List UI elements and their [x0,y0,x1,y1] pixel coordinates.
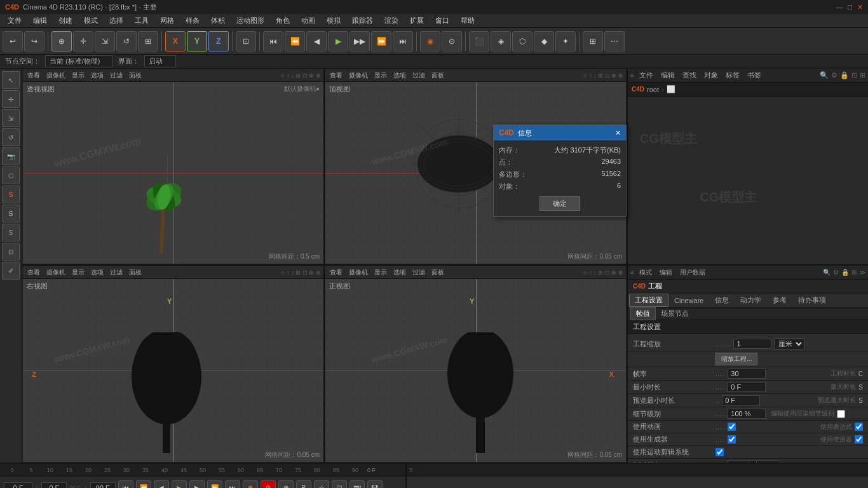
sidebar-obj-icon[interactable]: ⬡ [2,166,20,184]
rp-tag-btn[interactable]: 标签 [723,71,742,80]
axis-z-btn[interactable]: Z [208,31,229,51]
vp-front-filter-btn[interactable]: 过滤 [410,268,427,277]
attr-edit-btn[interactable]: 编辑 [657,268,675,277]
vp-right-camera-btn[interactable]: 摄像机 [44,268,67,277]
info-confirm-btn[interactable]: 确定 [539,196,580,211]
frame-end-input[interactable] [90,482,116,489]
rp-bookmark-btn[interactable]: 书签 [745,71,764,80]
vp-front-panel-btn[interactable]: 面板 [430,268,446,277]
tl-motion-btn[interactable]: ⊕ [278,480,294,489]
attr-search-icon[interactable]: 🔍 [823,269,831,276]
menu-mesh[interactable]: 网格 [155,15,179,27]
redo-btn[interactable]: ↪ [24,31,44,51]
deformer-btn[interactable]: ⬡ [512,31,532,51]
lock-icon[interactable]: 🔒 [840,71,849,79]
vp-filter-btn[interactable]: 过滤 [108,71,125,80]
rp-file-btn[interactable]: 文件 [637,71,656,80]
vp-select-btn[interactable]: 选项 [89,71,105,80]
prop-fps-input[interactable] [728,369,766,379]
vp-view-btn[interactable]: 查看 [25,71,42,80]
prop-animation-check[interactable] [728,423,736,431]
sidebar-move-icon[interactable]: ✛ [2,90,20,108]
interface-value[interactable]: 启动 [144,55,176,67]
viewport-perspective[interactable]: 查看 摄像机 显示 选项 过滤 面板 ⊹ ↑ ↓ ⊞ ⊡ ⊗ ⊕ [22,69,325,264]
sidebar-s2-icon[interactable]: S [2,205,20,222]
menu-volume[interactable]: 体积 [206,15,230,27]
viewport-right[interactable]: 查看 摄像机 显示 选项 过滤 面板 ⊹ ↑ ↓ ⊞ ⊡ ⊗ ⊕ Y Z [22,266,325,463]
vp-top-panel-btn[interactable]: 面板 [430,71,446,80]
sidebar-s1-icon[interactable]: S [2,186,20,203]
sidebar-snap-icon[interactable]: ⊡ [2,243,20,261]
minimize-btn[interactable]: — [836,3,843,11]
prop-detail-input[interactable] [728,409,766,419]
vp-right-select-btn[interactable]: 选项 [89,268,105,277]
subtab-frame-value[interactable]: 帧值 [630,307,656,320]
scale-btn[interactable]: ⇲ [95,31,115,51]
vp-display-btn[interactable]: 显示 [70,71,86,80]
tl-next-btn[interactable]: ⏩ [371,31,391,51]
attr-userdata-btn[interactable]: 用户数据 [677,268,708,277]
expand-icon[interactable]: ⊞ [860,71,865,79]
tl-record-btn[interactable]: ⏺ [243,480,258,489]
tl-go-end-btn[interactable]: ⏭ [225,480,240,489]
sidebar-paint-icon[interactable]: ✐ [2,262,20,280]
prop-detail-render-check[interactable] [837,410,845,418]
undo-btn[interactable]: ↩ [3,31,23,51]
prop-scale-input[interactable] [733,339,771,349]
menu-tracker[interactable]: 跟踪器 [347,15,378,27]
info-close-btn[interactable]: ✕ [615,129,621,137]
tab-reference[interactable]: 参考 [767,294,792,307]
sidebar-cursor-icon[interactable]: ↖ [2,71,20,89]
window-controls[interactable]: — □ ✕ [836,3,863,11]
nurbs-btn[interactable]: ◈ [491,31,511,51]
vp-right-filter-btn[interactable]: 过滤 [108,268,125,277]
tl-pose-btn[interactable]: P [296,480,311,489]
vp-top-display-btn[interactable]: 显示 [372,71,389,80]
menu-render[interactable]: 渲染 [379,15,403,27]
props-content[interactable]: 工程缩放 ........ 厘米 缩放工程... [628,334,868,463]
vp-panel-btn[interactable]: 面板 [127,71,144,80]
transform-btn[interactable]: ⊞ [138,31,158,51]
tab-cineware[interactable]: Cineware [668,295,709,306]
vp-top-filter-btn[interactable]: 过滤 [410,71,427,80]
tab-project-settings[interactable]: 工程设置 [629,294,668,307]
prop-generator-check[interactable] [728,435,736,444]
tl-next-frame-btn[interactable]: ▶ [189,480,205,489]
menu-extend[interactable]: 扩展 [405,15,429,27]
render-region-btn[interactable]: ◉ [420,31,440,51]
vp-right-panel-btn[interactable]: 面板 [127,268,144,277]
bone-btn[interactable]: ⊞ [583,31,603,51]
scale-project-btn[interactable]: 缩放工程... [715,353,757,365]
menu-window[interactable]: 窗口 [430,15,454,27]
menu-tools[interactable]: 工具 [130,15,154,27]
axis-x-btn[interactable]: X [165,31,186,51]
rotate-btn[interactable]: ↺ [116,31,137,51]
sidebar-camera-icon[interactable]: 📷 [2,147,20,165]
tab-info[interactable]: 信息 [709,294,735,307]
frame-start-input[interactable] [41,482,67,489]
filter-icon[interactable]: ⚙ [831,71,837,79]
rp-edit-btn[interactable]: 编辑 [658,71,677,80]
tl-prev-frame-btn[interactable]: ◀ [154,480,169,489]
sidebar-s3-icon[interactable]: S [2,224,20,241]
collapse-icon[interactable]: ⊡ [851,71,857,79]
select-btn[interactable]: ⊕ [51,31,72,51]
light-btn[interactable]: ✦ [555,31,576,51]
close-btn[interactable]: ✕ [857,3,863,11]
current-frame-input[interactable] [4,482,32,489]
vp-front-display-btn[interactable]: 显示 [372,268,389,277]
tab-dynamics[interactable]: 动力学 [735,294,767,307]
menu-character[interactable]: 角色 [271,15,295,27]
vp-front-camera-btn[interactable]: 摄像机 [347,268,370,277]
tl-right-menu[interactable]: ≡ [409,466,413,473]
vp-top-camera-btn[interactable]: 摄像机 [347,71,370,80]
vp-right-display-btn[interactable]: 显示 [70,268,86,277]
vp-front-view-btn[interactable]: 查看 [328,268,344,277]
tl-nextf-btn[interactable]: ▶▶ [349,31,370,51]
vp-camera-btn[interactable]: 摄像机 [44,71,67,80]
tl-go-start-btn[interactable]: ⏮ [118,480,133,489]
attr-mode-btn[interactable]: 模式 [637,268,654,277]
menu-select[interactable]: 选择 [104,15,128,27]
prop-mintime-input[interactable] [728,382,766,392]
vp-top-select-btn[interactable]: 选项 [391,71,408,80]
